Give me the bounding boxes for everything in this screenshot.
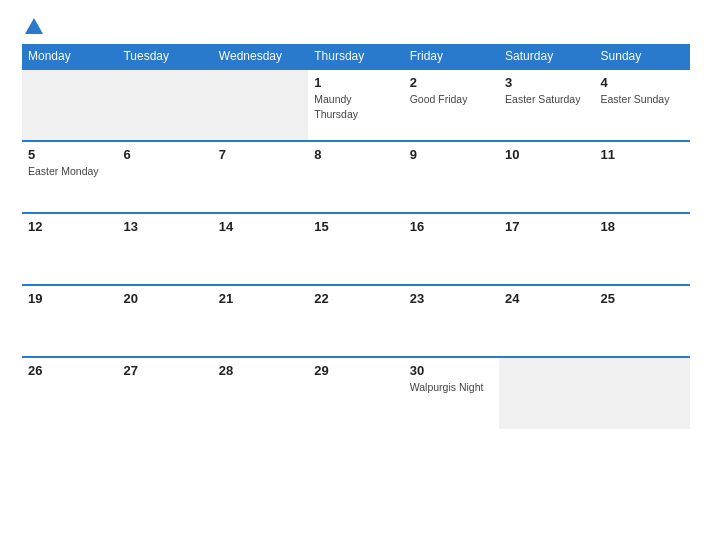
calendar-cell: 7 [213,141,308,213]
calendar-cell: 28 [213,357,308,429]
calendar-cell: 2Good Friday [404,69,499,141]
calendar-cell: 24 [499,285,594,357]
day-number: 22 [314,291,397,306]
calendar-cell: 21 [213,285,308,357]
day-event: Easter Saturday [505,93,580,105]
calendar-cell: 12 [22,213,117,285]
day-number: 13 [123,219,206,234]
page: MondayTuesdayWednesdayThursdayFridaySatu… [0,0,712,550]
day-number: 12 [28,219,111,234]
day-number: 7 [219,147,302,162]
weekday-header-friday: Friday [404,44,499,69]
calendar-cell: 30Walpurgis Night [404,357,499,429]
calendar-cell [595,357,690,429]
calendar-body: 1Maundy Thursday2Good Friday3Easter Satu… [22,69,690,429]
calendar-header: MondayTuesdayWednesdayThursdayFridaySatu… [22,44,690,69]
weekday-header-wednesday: Wednesday [213,44,308,69]
day-number: 24 [505,291,588,306]
calendar-cell [499,357,594,429]
week-row-1: 1Maundy Thursday2Good Friday3Easter Satu… [22,69,690,141]
week-row-4: 19202122232425 [22,285,690,357]
weekday-header-saturday: Saturday [499,44,594,69]
calendar-cell: 18 [595,213,690,285]
calendar-cell [213,69,308,141]
weekday-header-tuesday: Tuesday [117,44,212,69]
weekday-header-sunday: Sunday [595,44,690,69]
calendar-cell [117,69,212,141]
day-number: 23 [410,291,493,306]
day-number: 21 [219,291,302,306]
day-event: Easter Monday [28,165,99,177]
day-event: Maundy Thursday [314,93,358,120]
calendar-table: MondayTuesdayWednesdayThursdayFridaySatu… [22,44,690,429]
day-event: Walpurgis Night [410,381,484,393]
day-number: 4 [601,75,684,90]
calendar-cell: 27 [117,357,212,429]
calendar-cell: 5Easter Monday [22,141,117,213]
calendar-cell: 13 [117,213,212,285]
calendar-cell: 3Easter Saturday [499,69,594,141]
calendar-cell: 25 [595,285,690,357]
day-number: 1 [314,75,397,90]
calendar-cell: 29 [308,357,403,429]
day-number: 17 [505,219,588,234]
week-row-3: 12131415161718 [22,213,690,285]
calendar-cell: 4Easter Sunday [595,69,690,141]
day-number: 26 [28,363,111,378]
calendar-cell: 11 [595,141,690,213]
weekday-header-thursday: Thursday [308,44,403,69]
day-event: Good Friday [410,93,468,105]
day-number: 30 [410,363,493,378]
weekday-header-monday: Monday [22,44,117,69]
day-number: 29 [314,363,397,378]
day-number: 11 [601,147,684,162]
logo-triangle-icon [25,18,43,34]
calendar-cell [22,69,117,141]
day-number: 20 [123,291,206,306]
day-number: 16 [410,219,493,234]
day-number: 5 [28,147,111,162]
calendar-cell: 14 [213,213,308,285]
day-number: 6 [123,147,206,162]
week-row-5: 2627282930Walpurgis Night [22,357,690,429]
calendar-cell: 8 [308,141,403,213]
day-number: 27 [123,363,206,378]
day-number: 10 [505,147,588,162]
week-row-2: 5Easter Monday67891011 [22,141,690,213]
calendar-cell: 15 [308,213,403,285]
day-event: Easter Sunday [601,93,670,105]
calendar-cell: 16 [404,213,499,285]
logo [22,18,43,34]
weekday-row: MondayTuesdayWednesdayThursdayFridaySatu… [22,44,690,69]
calendar-cell: 10 [499,141,594,213]
header [22,18,690,34]
calendar-cell: 23 [404,285,499,357]
day-number: 14 [219,219,302,234]
calendar-cell: 9 [404,141,499,213]
day-number: 9 [410,147,493,162]
calendar-cell: 26 [22,357,117,429]
day-number: 28 [219,363,302,378]
calendar-cell: 17 [499,213,594,285]
day-number: 15 [314,219,397,234]
calendar-cell: 1Maundy Thursday [308,69,403,141]
day-number: 2 [410,75,493,90]
calendar-cell: 22 [308,285,403,357]
day-number: 18 [601,219,684,234]
day-number: 8 [314,147,397,162]
calendar-cell: 20 [117,285,212,357]
calendar-cell: 19 [22,285,117,357]
day-number: 19 [28,291,111,306]
day-number: 3 [505,75,588,90]
calendar-cell: 6 [117,141,212,213]
day-number: 25 [601,291,684,306]
